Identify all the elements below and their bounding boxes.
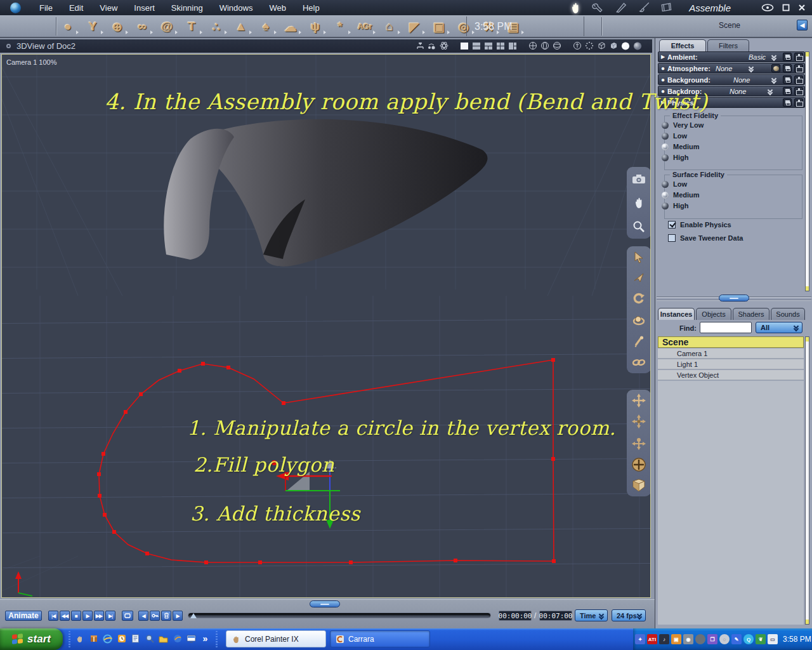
eye-icon[interactable] xyxy=(761,4,774,11)
menu-view[interactable]: View xyxy=(91,1,126,15)
insert-fire-icon[interactable]: ψ xyxy=(307,18,324,35)
link-tool-icon[interactable] xyxy=(630,354,648,371)
assemble-room-hand-icon[interactable] xyxy=(568,1,582,14)
tray-display-icon[interactable]: ❐ xyxy=(707,634,717,644)
tab-effects[interactable]: Effects xyxy=(659,39,706,51)
quicklaunch-desktop-icon[interactable] xyxy=(185,632,197,646)
radio-effect-high[interactable]: High xyxy=(662,154,688,161)
tray-ati-icon[interactable]: ATI xyxy=(647,634,657,644)
quicklaunch-clock-icon[interactable] xyxy=(115,632,128,646)
effect-row-atmosphere[interactable]: ● Atmosphere: None xyxy=(658,63,805,74)
tray-camera-icon[interactable]: ◉ xyxy=(683,634,693,644)
menu-edit[interactable]: Edit xyxy=(61,1,91,15)
prev-keyframe-button[interactable]: ◀ xyxy=(138,611,148,621)
insert-particles-icon[interactable]: * xyxy=(332,18,348,35)
fast-forward-button[interactable]: ▶▶ xyxy=(94,611,104,621)
storyboard-room-pen-icon[interactable] xyxy=(614,1,628,14)
layout-three-pane-icon[interactable] xyxy=(484,41,493,50)
menu-help[interactable]: Help xyxy=(294,1,328,15)
move-plane-icon[interactable] xyxy=(630,413,648,430)
radio-effect-medium[interactable]: Medium xyxy=(662,143,700,150)
tray-leaf-icon[interactable]: ❦ xyxy=(756,634,766,644)
wire-sphere-yz-icon[interactable] xyxy=(540,41,549,50)
start-button[interactable]: start xyxy=(0,628,63,650)
scale-tool-icon[interactable] xyxy=(630,312,648,329)
timeline-marker[interactable] xyxy=(190,613,197,618)
panel-back-button[interactable]: ◀ xyxy=(797,20,808,30)
radio-surface-high[interactable]: High xyxy=(662,202,688,209)
insert-text-icon[interactable]: T xyxy=(183,18,200,35)
load-preset-icon[interactable] xyxy=(794,87,803,95)
dotted-sphere-icon[interactable] xyxy=(585,41,594,50)
go-start-button[interactable]: |◀ xyxy=(48,611,58,621)
list-item-camera1[interactable]: Camera 1 xyxy=(658,348,804,359)
shaded-sphere-icon[interactable] xyxy=(621,41,630,50)
hand-tool-icon[interactable] xyxy=(630,194,648,211)
radio-effect-low[interactable]: Low xyxy=(662,132,687,140)
save-preset-icon[interactable] xyxy=(783,98,792,107)
tray-settings-icon[interactable]: ✦ xyxy=(635,634,645,644)
next-keyframe-button[interactable]: ▶ xyxy=(173,611,183,621)
insert-camera-icon[interactable]: ▣ xyxy=(431,18,447,35)
insert-spiral-icon[interactable]: @ xyxy=(159,18,175,35)
insert-house-icon[interactable]: ⌂ xyxy=(381,18,398,35)
wire-cube-icon[interactable] xyxy=(597,41,606,50)
move-xyz-icon[interactable] xyxy=(630,392,648,409)
solid-cube-icon[interactable] xyxy=(609,41,618,50)
insert-terrain-icon[interactable]: ▲ xyxy=(233,18,249,35)
quicklaunch-media-player-icon[interactable] xyxy=(171,632,183,646)
zoom-tool-icon[interactable] xyxy=(630,218,648,235)
delete-keyframe-button[interactable] xyxy=(161,611,171,621)
layout-single-icon[interactable] xyxy=(460,41,469,50)
list-item-scene[interactable]: Scene xyxy=(658,336,804,348)
load-preset-icon[interactable] xyxy=(794,76,803,84)
layout-four-pane-icon[interactable] xyxy=(496,41,505,50)
insert-agr-icon[interactable]: AGr xyxy=(357,18,373,35)
filter-dropdown[interactable]: All xyxy=(756,322,802,333)
tray-disc-icon[interactable] xyxy=(695,634,705,644)
menu-windows[interactable]: Windows xyxy=(211,1,261,15)
load-preset-icon[interactable] xyxy=(794,98,803,107)
scene-list-empty-area[interactable] xyxy=(658,381,804,625)
radio-surface-medium[interactable]: Medium xyxy=(662,191,700,199)
checkbox-enable-physics[interactable]: Enable Physics xyxy=(668,221,731,229)
effect-row-backdrop[interactable]: ● Backdrop: None xyxy=(658,86,805,96)
model-room-wrench-icon[interactable] xyxy=(591,1,605,14)
chevron-down-icon[interactable] xyxy=(749,66,754,72)
stop-button[interactable]: ■ xyxy=(71,611,81,621)
rewind-button[interactable]: ◀◀ xyxy=(60,611,70,621)
save-preset-icon[interactable] xyxy=(783,53,792,61)
load-preset-icon[interactable] xyxy=(794,53,803,61)
quicklaunch-folder-icon[interactable] xyxy=(157,632,169,646)
tray-window-icon[interactable]: ▣ xyxy=(671,634,681,644)
layout-two-pane-icon[interactable] xyxy=(472,41,481,50)
viewport-splitter-handle[interactable] xyxy=(310,600,340,607)
eyedropper-tool-icon[interactable] xyxy=(630,333,648,350)
tab-instances[interactable]: Instances xyxy=(658,308,695,320)
quicklaunch-notes-icon[interactable] xyxy=(129,632,141,646)
camera-track-icon[interactable] xyxy=(428,41,436,50)
radio-effect-very-low[interactable]: Very Low xyxy=(662,121,704,129)
list-item-vertex-object[interactable]: Vertex Object xyxy=(658,370,804,380)
insert-cloud-icon[interactable]: ☁ xyxy=(282,18,299,35)
timeline-slider[interactable] xyxy=(188,613,491,618)
select-arrow-icon[interactable] xyxy=(630,248,648,266)
universal-manipulator-icon[interactable] xyxy=(630,456,648,474)
radio-surface-low[interactable]: Low xyxy=(662,180,687,188)
insert-globe-icon[interactable]: ⊕ xyxy=(109,18,126,35)
insert-light-icon[interactable]: ◤ xyxy=(406,18,422,35)
insert-bones-icon[interactable]: ∞ xyxy=(134,18,150,35)
taskbar-button-corel-painter[interactable]: Corel Painter IX xyxy=(226,630,326,647)
save-preset-icon[interactable] xyxy=(783,76,792,84)
shader-ball-icon[interactable] xyxy=(771,64,780,72)
fps-dropdown[interactable]: 24 fps xyxy=(612,609,646,621)
room-box-icon[interactable] xyxy=(630,477,648,494)
effects-scrollbar[interactable] xyxy=(805,51,809,291)
scene-list-scrollbar[interactable] xyxy=(805,336,809,625)
move-tool-icon[interactable] xyxy=(630,269,648,287)
quicklaunch-package-icon[interactable] xyxy=(88,632,100,646)
checkbox-save-tweener[interactable]: Save Tweener Data xyxy=(668,234,743,242)
taskbar-button-carrara[interactable]: Carrara xyxy=(330,630,430,647)
tray-audio-icon[interactable]: ♪ xyxy=(659,634,669,644)
loop-button[interactable] xyxy=(122,611,133,621)
